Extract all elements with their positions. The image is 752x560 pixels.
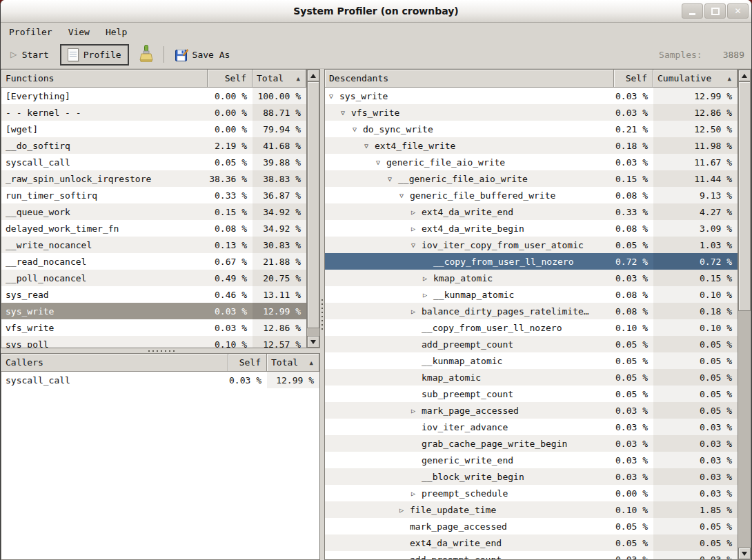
table-row[interactable]: sub_preempt_count0.05 %0.05 % [325,386,738,402]
table-row[interactable]: __read_nocancel0.67 %21.88 % [1,253,306,270]
table-row[interactable]: ▽vfs_write0.03 %12.86 % [325,104,738,121]
functions-column-header[interactable]: Functions [1,70,208,88]
expander-closed-icon[interactable]: ▷ [422,274,433,282]
table-row[interactable]: ▷preempt_schedule0.00 %0.03 % [325,485,738,501]
callers-column-header[interactable]: Callers [1,354,228,372]
table-row[interactable]: generic_write_end0.03 %0.03 % [325,452,738,468]
descendants-column-header[interactable]: Descendants [325,70,614,88]
table-row[interactable]: __poll_nocancel0.49 %20.75 % [1,270,306,286]
menu-view[interactable]: View [68,27,90,37]
cell-value: 100.00 % [253,88,306,104]
table-row[interactable]: ▽ext4_file_write0.18 %11.98 % [325,137,738,154]
menu-profiler[interactable]: Profiler [9,27,52,37]
table-row[interactable]: ▷file_update_time0.10 %1.85 % [325,501,738,518]
reset-button[interactable] [137,43,155,66]
table-row[interactable]: sys_read0.46 %13.11 % [1,286,306,303]
table-row[interactable]: mark_page_accessed0.05 %0.05 % [325,518,738,534]
table-row[interactable]: __copy_from_user_ll_nozero0.72 %0.72 % [325,253,738,270]
expander-closed-icon[interactable]: ▷ [398,506,410,514]
scroll-up-icon[interactable] [738,70,751,81]
table-row[interactable]: sys_poll0.10 %12.57 % [1,336,306,348]
table-row[interactable]: __kunmap_atomic0.05 %0.05 % [325,352,738,369]
table-row[interactable]: __write_nocancel0.13 %30.83 % [1,237,306,253]
minimize-button[interactable] [682,3,703,19]
table-row[interactable]: add_preempt_count0.05 %0.05 % [325,336,738,352]
expander-closed-icon[interactable]: ▷ [410,490,422,497]
table-row[interactable]: [wget]0.00 %79.94 % [1,121,306,137]
table-row[interactable]: ▷balance_dirty_pages_ratelimite…0.08 %0.… [325,303,738,319]
expander-open-icon[interactable]: ▽ [363,142,375,150]
cell-value: 0.05 % [614,369,653,386]
table-row[interactable]: ▽generic_file_buffered_write0.08 %9.13 % [325,187,738,203]
table-row[interactable]: ext4_da_write_end0.05 %0.05 % [325,534,738,551]
expander-closed-icon[interactable]: ▷ [422,291,433,299]
self-column-header[interactable]: Self [208,70,253,88]
table-row[interactable]: iov_iter_advance0.03 %0.03 % [325,419,738,435]
expander-closed-icon[interactable]: ▷ [410,208,422,216]
self-column-header[interactable]: Self [228,354,267,372]
table-row[interactable]: ▽iov_iter_copy_from_user_atomic0.05 %1.0… [325,237,738,253]
table-row[interactable]: ▷mark_page_accessed0.03 %0.05 % [325,402,738,419]
table-row[interactable]: __block_write_begin0.03 %0.03 % [325,468,738,485]
app-window: System Profiler (on crownbay) ✕ Profiler… [0,0,752,560]
scrollbar-thumb[interactable] [307,81,319,328]
table-row[interactable]: ▽__generic_file_aio_write0.15 %11.44 % [325,170,738,187]
scrollbar-trough[interactable] [307,328,319,336]
table-row[interactable]: syscall_call0.03 %12.99 % [1,372,319,388]
profile-toggle-button[interactable]: Profile [60,44,129,66]
table-row[interactable]: ▷ext4_da_write_end0.33 %4.27 % [325,203,738,220]
functions-scrollbar[interactable] [306,70,319,348]
descendants-scrollbar[interactable] [738,70,751,559]
table-row[interactable]: delayed_work_timer_fn0.08 %34.92 % [1,220,306,237]
start-button[interactable]: ▷ Start [8,47,52,62]
titlebar[interactable]: System Profiler (on crownbay) ✕ [1,0,751,23]
scroll-up-icon[interactable] [307,70,319,81]
table-row[interactable]: run_timer_softirq0.33 %36.87 % [1,187,306,203]
table-row[interactable]: vfs_write0.03 %12.86 % [1,319,306,336]
self-column-header[interactable]: Self [614,70,653,88]
vertical-splitter[interactable] [320,69,324,560]
table-row[interactable]: [Everything]0.00 %100.00 % [1,88,306,104]
table-row[interactable]: __do_softirq2.19 %41.68 % [1,137,306,154]
close-button[interactable]: ✕ [727,3,749,19]
expander-closed-icon[interactable]: ▷ [410,225,422,232]
expander-open-icon[interactable]: ▽ [410,241,422,249]
table-row[interactable]: ▽do_sync_write0.21 %12.50 % [325,121,738,137]
scrollbar-trough[interactable] [738,311,751,548]
function-name: sys_poll [1,336,208,348]
scroll-down-icon[interactable] [738,548,751,559]
expander-open-icon[interactable]: ▽ [375,159,386,166]
expander-open-icon[interactable]: ▽ [339,109,351,117]
expander-open-icon[interactable]: ▽ [328,92,339,100]
table-row[interactable]: __copy_from_user_ll_nozero0.10 %0.10 % [325,319,738,336]
expander-open-icon[interactable]: ▽ [386,175,398,183]
table-row[interactable]: grab_cache_page_write_begin0.03 %0.03 % [325,435,738,452]
save-as-button[interactable]: Save As [172,46,233,63]
total-column-header[interactable]: Total▲ [267,354,319,372]
table-row[interactable]: sys_write0.03 %12.99 % [1,303,306,319]
table-row[interactable]: ▷kmap_atomic0.03 %0.15 % [325,270,738,286]
scrollbar-thumb[interactable] [738,81,751,311]
table-row[interactable]: - - kernel - -0.00 %88.71 % [1,104,306,121]
cell-value: 0.13 % [208,237,253,253]
scroll-down-icon[interactable] [307,336,319,348]
table-row[interactable]: __queue_work0.15 %34.92 % [1,203,306,220]
expander-closed-icon[interactable]: ▷ [410,407,422,414]
table-row[interactable]: ▽sys_write0.03 %12.99 % [325,88,738,104]
expander-open-icon[interactable]: ▽ [351,126,363,133]
table-row[interactable]: ▽generic_file_aio_write0.03 %11.67 % [325,154,738,170]
table-row[interactable]: ▷ext4_da_write_begin0.08 %3.09 % [325,220,738,237]
maximize-button[interactable] [704,3,726,19]
menu-help[interactable]: Help [106,27,127,37]
table-row[interactable]: add_preempt_count0.03 %0.03 % [325,551,738,559]
horizontal-splitter[interactable] [1,348,320,353]
expander-closed-icon[interactable]: ▷ [410,308,422,315]
table-row[interactable]: ▷__kunmap_atomic0.08 %0.10 % [325,286,738,303]
table-row[interactable]: kmap_atomic0.05 %0.05 % [325,369,738,386]
table-row[interactable]: _raw_spin_unlock_irqrestore38.36 %38.83 … [1,170,306,187]
expander-open-icon[interactable]: ▽ [398,192,410,199]
cumulative-column-header[interactable]: Cumulative▲ [653,70,738,88]
table-row[interactable]: syscall_call0.05 %39.88 % [1,154,306,170]
sort-ascending-icon: ▲ [306,359,313,366]
total-column-header[interactable]: Total▲ [253,70,306,88]
